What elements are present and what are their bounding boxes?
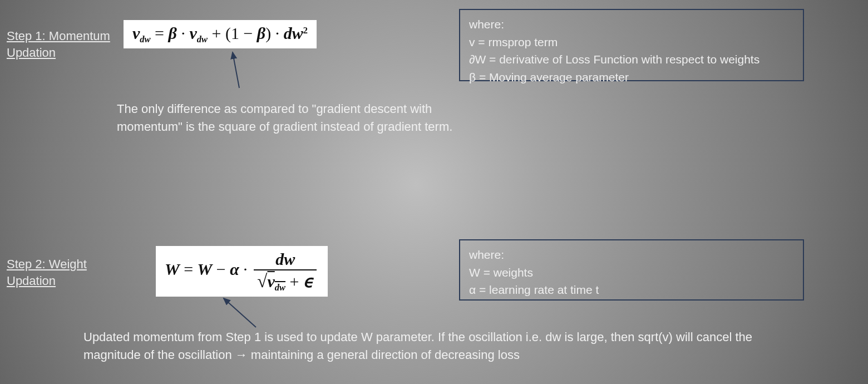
step2-note: Updated momentum from Step 1 is used to … — [83, 328, 762, 364]
legend-item: ∂W = derivative of Loss Function with re… — [469, 51, 794, 68]
step1-note: The only difference as compared to "grad… — [117, 100, 473, 136]
legend-item: W = weights — [469, 264, 794, 282]
step1-legend: where: v = rmsprop term ∂W = derivative … — [459, 9, 804, 81]
legend-heading: where: — [469, 16, 794, 33]
step1-label: Step 1: Momentum Updation — [7, 28, 121, 61]
step2-label: Step 2: Weight Updation — [7, 256, 118, 289]
svg-line-0 — [233, 52, 239, 88]
legend-heading: where: — [469, 246, 794, 264]
legend-item: α = learning rate at time t — [469, 281, 794, 299]
legend-item: v = rmsprop term — [469, 33, 794, 51]
arrow-step1 — [223, 49, 256, 93]
step2-legend: where: W = weights α = learning rate at … — [459, 239, 804, 301]
legend-item: β = Moving average parameter — [469, 68, 794, 86]
step2-formula: W = W − α · dw√vdw + ϵ — [156, 246, 328, 297]
svg-line-1 — [224, 298, 256, 327]
step1-formula: vdw = β · vdw + (1 − β) · dw2 — [124, 20, 317, 48]
